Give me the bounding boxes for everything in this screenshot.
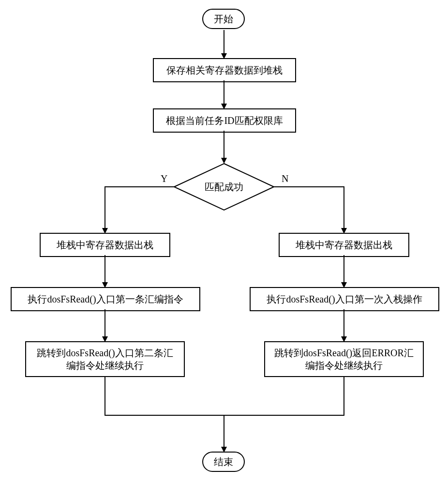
start-label: 开始 [214, 13, 233, 25]
no-label: N [282, 173, 288, 184]
left3-node: 跳转到dosFsRead()入口第二条汇编指令处继续执行 [25, 341, 185, 377]
arrow [343, 255, 344, 283]
right2-node: 执行dosFsRead()入口第一次入栈操作 [250, 287, 439, 311]
connector [105, 186, 105, 229]
flowchart-container: 开始 保存相关寄存器数据到堆栈 根据当前任务ID匹配权限库 匹配成功 Y N 堆… [0, 0, 448, 484]
step1-label: 保存相关寄存器数据到堆栈 [166, 64, 283, 76]
right1-node: 堆栈中寄存器数据出栈 [279, 233, 409, 257]
arrow [105, 255, 105, 283]
connector [105, 186, 174, 187]
step1-node: 保存相关寄存器数据到堆栈 [153, 58, 296, 82]
decision-label: 匹配成功 [173, 163, 275, 211]
start-node: 开始 [202, 9, 245, 29]
connector [274, 186, 344, 187]
end-node: 结束 [202, 452, 245, 472]
step2-label: 根据当前任务ID匹配权限库 [166, 114, 283, 127]
connector [343, 186, 344, 229]
left1-label: 堆栈中寄存器数据出栈 [57, 239, 153, 251]
left1-node: 堆栈中寄存器数据出栈 [40, 233, 170, 257]
arrow [224, 131, 224, 159]
left2-label: 执行dosFsRead()入口第一条汇编指令 [28, 293, 183, 305]
arrow [224, 30, 224, 54]
connector [105, 377, 105, 416]
end-label: 结束 [214, 455, 233, 468]
right1-label: 堆栈中寄存器数据出栈 [296, 239, 392, 251]
right2-label: 执行dosFsRead()入口第一次入栈操作 [267, 293, 422, 305]
arrow [105, 309, 105, 337]
right3-label: 跳转到dosFsRead()返回ERROR汇编指令处继续执行 [273, 347, 415, 372]
step2-node: 根据当前任务ID匹配权限库 [153, 108, 296, 133]
arrow [224, 415, 224, 448]
connector [224, 415, 344, 416]
arrow [224, 80, 224, 105]
arrow [343, 309, 344, 337]
yes-label: Y [161, 173, 167, 184]
left3-label: 跳转到dosFsRead()入口第二条汇编指令处继续执行 [34, 347, 176, 372]
right3-node: 跳转到dosFsRead()返回ERROR汇编指令处继续执行 [264, 341, 424, 377]
connector [105, 415, 224, 416]
connector [343, 377, 344, 416]
decision-node: 匹配成功 [173, 163, 275, 211]
left2-node: 执行dosFsRead()入口第一条汇编指令 [11, 287, 200, 311]
